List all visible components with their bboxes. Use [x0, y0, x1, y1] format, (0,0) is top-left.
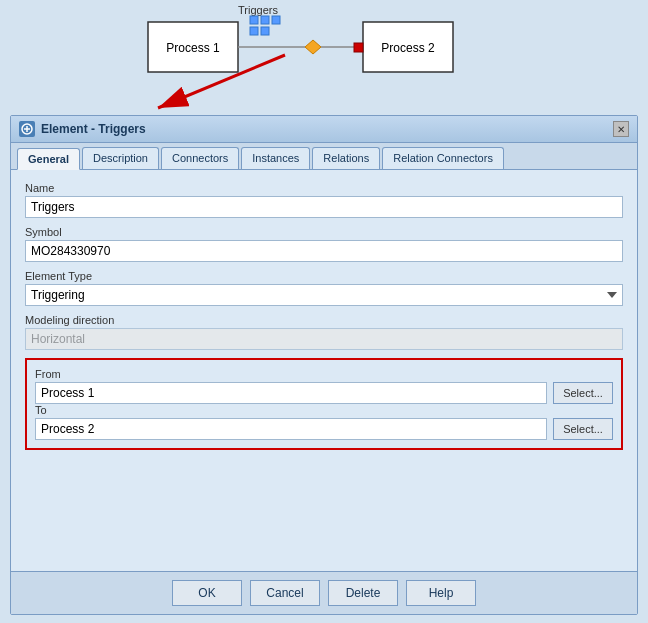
dialog-footer: OK Cancel Delete Help	[11, 571, 637, 614]
element-type-select[interactable]: Triggering	[25, 284, 623, 306]
from-group: From Select...	[35, 368, 613, 404]
help-button[interactable]: Help	[406, 580, 476, 606]
svg-rect-9	[261, 27, 269, 35]
dialog-title: Element - Triggers	[41, 122, 607, 136]
element-dialog: Element - Triggers ✕ General Description…	[10, 115, 638, 615]
to-row: Select...	[35, 418, 613, 440]
ok-button[interactable]: OK	[172, 580, 242, 606]
from-row: Select...	[35, 382, 613, 404]
to-select-button[interactable]: Select...	[553, 418, 613, 440]
element-type-wrapper: Triggering	[25, 284, 623, 306]
cancel-button[interactable]: Cancel	[250, 580, 320, 606]
modeling-direction-wrapper: Horizontal	[25, 328, 623, 350]
svg-rect-6	[261, 16, 269, 24]
dialog-icon	[19, 121, 35, 137]
name-field-group: Name	[25, 182, 623, 218]
modeling-direction-label: Modeling direction	[25, 314, 623, 326]
name-input[interactable]	[25, 196, 623, 218]
symbol-input[interactable]	[25, 240, 623, 262]
svg-text:Process 2: Process 2	[381, 41, 435, 55]
symbol-field-group: Symbol	[25, 226, 623, 262]
name-label: Name	[25, 182, 623, 194]
svg-rect-13	[354, 43, 363, 52]
delete-button[interactable]: Delete	[328, 580, 398, 606]
svg-rect-5	[250, 16, 258, 24]
modeling-direction-field-group: Modeling direction Horizontal	[25, 314, 623, 350]
to-input[interactable]	[35, 418, 547, 440]
tabs-bar: General Description Connectors Instances…	[11, 143, 637, 170]
element-type-field-group: Element Type Triggering	[25, 270, 623, 306]
from-to-section: From Select... To Select...	[25, 358, 623, 450]
svg-text:Triggers: Triggers	[238, 4, 278, 16]
tab-general[interactable]: General	[17, 148, 80, 170]
close-button[interactable]: ✕	[613, 121, 629, 137]
diagram-area: Process 1 Process 2 Triggers	[0, 0, 648, 110]
svg-text:Process 1: Process 1	[166, 41, 220, 55]
element-type-label: Element Type	[25, 270, 623, 282]
tab-instances[interactable]: Instances	[241, 147, 310, 169]
svg-rect-0	[148, 22, 238, 72]
from-select-button[interactable]: Select...	[553, 382, 613, 404]
dialog-title-bar: Element - Triggers ✕	[11, 116, 637, 143]
tab-relations[interactable]: Relations	[312, 147, 380, 169]
svg-marker-11	[305, 40, 321, 54]
svg-rect-8	[250, 27, 258, 35]
svg-rect-7	[272, 16, 280, 24]
to-label: To	[35, 404, 613, 416]
from-label: From	[35, 368, 613, 380]
to-group: To Select...	[35, 404, 613, 440]
from-input[interactable]	[35, 382, 547, 404]
tab-relation-connectors[interactable]: Relation Connectors	[382, 147, 504, 169]
modeling-direction-select[interactable]: Horizontal	[25, 328, 623, 350]
tab-description[interactable]: Description	[82, 147, 159, 169]
tab-connectors[interactable]: Connectors	[161, 147, 239, 169]
svg-rect-2	[363, 22, 453, 72]
symbol-label: Symbol	[25, 226, 623, 238]
dialog-body: Name Symbol Element Type Triggering Mode…	[11, 170, 637, 571]
svg-line-15	[158, 55, 285, 108]
